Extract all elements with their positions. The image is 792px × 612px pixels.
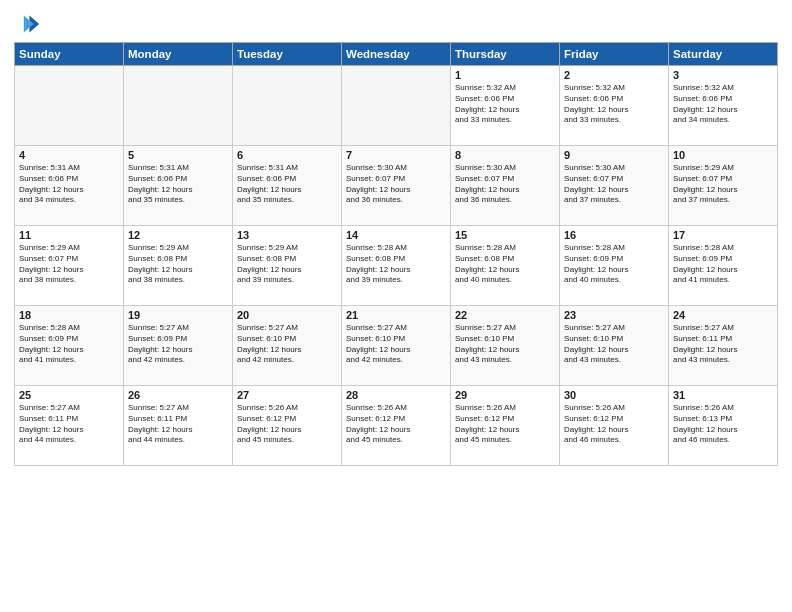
day-number: 11 (19, 229, 119, 241)
calendar-cell: 8Sunrise: 5:30 AM Sunset: 6:07 PM Daylig… (451, 146, 560, 226)
calendar-cell: 9Sunrise: 5:30 AM Sunset: 6:07 PM Daylig… (560, 146, 669, 226)
calendar-cell: 11Sunrise: 5:29 AM Sunset: 6:07 PM Dayli… (15, 226, 124, 306)
day-info: Sunrise: 5:32 AM Sunset: 6:06 PM Dayligh… (673, 83, 773, 126)
calendar-cell: 5Sunrise: 5:31 AM Sunset: 6:06 PM Daylig… (124, 146, 233, 226)
logo (14, 10, 46, 38)
day-number: 8 (455, 149, 555, 161)
calendar-cell: 10Sunrise: 5:29 AM Sunset: 6:07 PM Dayli… (669, 146, 778, 226)
day-number: 14 (346, 229, 446, 241)
logo-icon (14, 10, 42, 38)
day-info: Sunrise: 5:31 AM Sunset: 6:06 PM Dayligh… (237, 163, 337, 206)
day-number: 16 (564, 229, 664, 241)
day-number: 7 (346, 149, 446, 161)
day-number: 23 (564, 309, 664, 321)
week-row-2: 4Sunrise: 5:31 AM Sunset: 6:06 PM Daylig… (15, 146, 778, 226)
day-info: Sunrise: 5:27 AM Sunset: 6:10 PM Dayligh… (346, 323, 446, 366)
day-number: 2 (564, 69, 664, 81)
day-number: 19 (128, 309, 228, 321)
day-info: Sunrise: 5:29 AM Sunset: 6:07 PM Dayligh… (19, 243, 119, 286)
calendar-cell: 20Sunrise: 5:27 AM Sunset: 6:10 PM Dayli… (233, 306, 342, 386)
day-info: Sunrise: 5:28 AM Sunset: 6:09 PM Dayligh… (673, 243, 773, 286)
header (14, 10, 778, 38)
day-info: Sunrise: 5:30 AM Sunset: 6:07 PM Dayligh… (346, 163, 446, 206)
calendar-cell: 1Sunrise: 5:32 AM Sunset: 6:06 PM Daylig… (451, 66, 560, 146)
calendar-cell: 17Sunrise: 5:28 AM Sunset: 6:09 PM Dayli… (669, 226, 778, 306)
calendar-cell: 3Sunrise: 5:32 AM Sunset: 6:06 PM Daylig… (669, 66, 778, 146)
calendar-cell (342, 66, 451, 146)
calendar-cell: 28Sunrise: 5:26 AM Sunset: 6:12 PM Dayli… (342, 386, 451, 466)
calendar-cell: 6Sunrise: 5:31 AM Sunset: 6:06 PM Daylig… (233, 146, 342, 226)
day-number: 5 (128, 149, 228, 161)
calendar-cell: 25Sunrise: 5:27 AM Sunset: 6:11 PM Dayli… (15, 386, 124, 466)
day-info: Sunrise: 5:27 AM Sunset: 6:09 PM Dayligh… (128, 323, 228, 366)
calendar-cell: 2Sunrise: 5:32 AM Sunset: 6:06 PM Daylig… (560, 66, 669, 146)
day-header-monday: Monday (124, 43, 233, 66)
day-info: Sunrise: 5:28 AM Sunset: 6:09 PM Dayligh… (19, 323, 119, 366)
day-info: Sunrise: 5:32 AM Sunset: 6:06 PM Dayligh… (455, 83, 555, 126)
calendar-cell: 29Sunrise: 5:26 AM Sunset: 6:12 PM Dayli… (451, 386, 560, 466)
calendar-cell: 13Sunrise: 5:29 AM Sunset: 6:08 PM Dayli… (233, 226, 342, 306)
day-number: 15 (455, 229, 555, 241)
day-number: 30 (564, 389, 664, 401)
day-info: Sunrise: 5:27 AM Sunset: 6:11 PM Dayligh… (673, 323, 773, 366)
week-row-4: 18Sunrise: 5:28 AM Sunset: 6:09 PM Dayli… (15, 306, 778, 386)
calendar-cell: 12Sunrise: 5:29 AM Sunset: 6:08 PM Dayli… (124, 226, 233, 306)
day-number: 20 (237, 309, 337, 321)
day-number: 31 (673, 389, 773, 401)
day-number: 10 (673, 149, 773, 161)
day-header-tuesday: Tuesday (233, 43, 342, 66)
day-header-sunday: Sunday (15, 43, 124, 66)
day-number: 18 (19, 309, 119, 321)
calendar-cell (233, 66, 342, 146)
day-header-wednesday: Wednesday (342, 43, 451, 66)
day-info: Sunrise: 5:31 AM Sunset: 6:06 PM Dayligh… (19, 163, 119, 206)
day-info: Sunrise: 5:29 AM Sunset: 6:08 PM Dayligh… (128, 243, 228, 286)
day-number: 17 (673, 229, 773, 241)
calendar-cell: 27Sunrise: 5:26 AM Sunset: 6:12 PM Dayli… (233, 386, 342, 466)
day-number: 13 (237, 229, 337, 241)
calendar-cell: 14Sunrise: 5:28 AM Sunset: 6:08 PM Dayli… (342, 226, 451, 306)
calendar-header-row: SundayMondayTuesdayWednesdayThursdayFrid… (15, 43, 778, 66)
day-number: 6 (237, 149, 337, 161)
day-info: Sunrise: 5:32 AM Sunset: 6:06 PM Dayligh… (564, 83, 664, 126)
day-number: 12 (128, 229, 228, 241)
week-row-3: 11Sunrise: 5:29 AM Sunset: 6:07 PM Dayli… (15, 226, 778, 306)
calendar-cell (124, 66, 233, 146)
day-info: Sunrise: 5:26 AM Sunset: 6:12 PM Dayligh… (455, 403, 555, 446)
day-info: Sunrise: 5:30 AM Sunset: 6:07 PM Dayligh… (455, 163, 555, 206)
day-info: Sunrise: 5:28 AM Sunset: 6:08 PM Dayligh… (346, 243, 446, 286)
day-info: Sunrise: 5:30 AM Sunset: 6:07 PM Dayligh… (564, 163, 664, 206)
day-info: Sunrise: 5:27 AM Sunset: 6:10 PM Dayligh… (455, 323, 555, 366)
day-number: 4 (19, 149, 119, 161)
calendar: SundayMondayTuesdayWednesdayThursdayFrid… (14, 42, 778, 466)
day-info: Sunrise: 5:27 AM Sunset: 6:11 PM Dayligh… (19, 403, 119, 446)
week-row-5: 25Sunrise: 5:27 AM Sunset: 6:11 PM Dayli… (15, 386, 778, 466)
day-info: Sunrise: 5:26 AM Sunset: 6:12 PM Dayligh… (346, 403, 446, 446)
calendar-cell: 21Sunrise: 5:27 AM Sunset: 6:10 PM Dayli… (342, 306, 451, 386)
calendar-cell: 15Sunrise: 5:28 AM Sunset: 6:08 PM Dayli… (451, 226, 560, 306)
day-info: Sunrise: 5:26 AM Sunset: 6:13 PM Dayligh… (673, 403, 773, 446)
day-number: 22 (455, 309, 555, 321)
day-number: 26 (128, 389, 228, 401)
day-number: 25 (19, 389, 119, 401)
calendar-cell: 22Sunrise: 5:27 AM Sunset: 6:10 PM Dayli… (451, 306, 560, 386)
day-info: Sunrise: 5:31 AM Sunset: 6:06 PM Dayligh… (128, 163, 228, 206)
calendar-cell: 24Sunrise: 5:27 AM Sunset: 6:11 PM Dayli… (669, 306, 778, 386)
calendar-cell: 19Sunrise: 5:27 AM Sunset: 6:09 PM Dayli… (124, 306, 233, 386)
day-number: 24 (673, 309, 773, 321)
day-info: Sunrise: 5:27 AM Sunset: 6:10 PM Dayligh… (564, 323, 664, 366)
day-number: 28 (346, 389, 446, 401)
day-number: 21 (346, 309, 446, 321)
calendar-cell: 7Sunrise: 5:30 AM Sunset: 6:07 PM Daylig… (342, 146, 451, 226)
day-info: Sunrise: 5:29 AM Sunset: 6:07 PM Dayligh… (673, 163, 773, 206)
day-number: 3 (673, 69, 773, 81)
calendar-cell: 30Sunrise: 5:26 AM Sunset: 6:12 PM Dayli… (560, 386, 669, 466)
calendar-cell: 23Sunrise: 5:27 AM Sunset: 6:10 PM Dayli… (560, 306, 669, 386)
calendar-cell (15, 66, 124, 146)
page: SundayMondayTuesdayWednesdayThursdayFrid… (0, 0, 792, 612)
day-info: Sunrise: 5:26 AM Sunset: 6:12 PM Dayligh… (564, 403, 664, 446)
day-number: 27 (237, 389, 337, 401)
calendar-cell: 4Sunrise: 5:31 AM Sunset: 6:06 PM Daylig… (15, 146, 124, 226)
calendar-cell: 16Sunrise: 5:28 AM Sunset: 6:09 PM Dayli… (560, 226, 669, 306)
week-row-1: 1Sunrise: 5:32 AM Sunset: 6:06 PM Daylig… (15, 66, 778, 146)
